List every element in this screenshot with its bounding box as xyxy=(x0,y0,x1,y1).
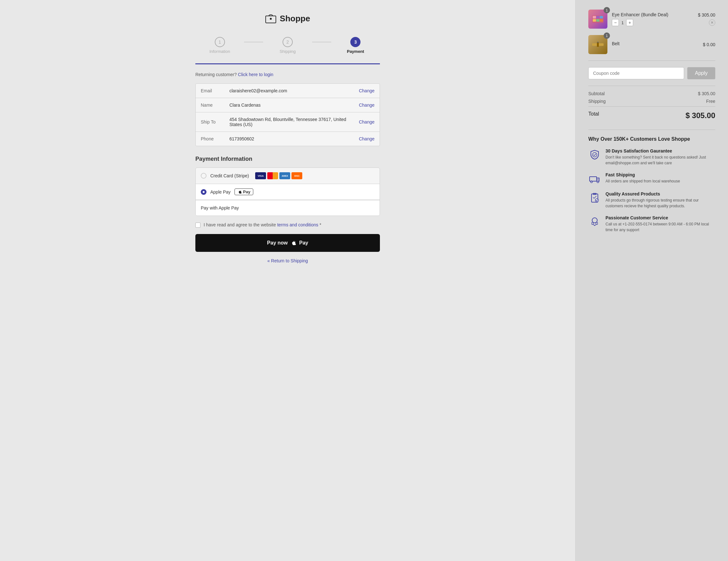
amex-logo: AMEX xyxy=(279,172,290,179)
mastercard-logo xyxy=(267,172,278,179)
belt-price-area: $ 0.00 xyxy=(703,42,715,47)
apple-pay-subpanel: Pay with Apple Pay xyxy=(196,200,380,215)
apple-pay-radio[interactable] xyxy=(201,189,207,195)
step-label-shipping: Shipping xyxy=(280,49,296,54)
phone-change-link[interactable]: Change xyxy=(359,136,375,141)
step-payment: 3 Payment xyxy=(331,37,380,54)
eye-enhancer-qty-decrease[interactable]: − xyxy=(612,19,619,26)
step-label-payment: Payment xyxy=(347,49,364,54)
trust-section: Why Over 150K+ Customers Love Shoppe 30 … xyxy=(588,130,715,233)
trust-item-service: Passionate Customer Service Call us at +… xyxy=(588,215,715,233)
clipboard-check-icon xyxy=(588,191,601,204)
apple-logo-icon xyxy=(237,190,242,194)
trust-text-service: Passionate Customer Service Call us at +… xyxy=(605,215,715,233)
step-information: 1 Information xyxy=(195,37,244,54)
logo-text: Shoppe xyxy=(280,14,310,24)
name-change-link[interactable]: Change xyxy=(359,102,375,108)
logo-area: Shoppe xyxy=(265,13,310,24)
svg-rect-7 xyxy=(596,19,599,22)
discover-logo: DISC xyxy=(291,172,302,179)
terms-row: I have read and agree to the website ter… xyxy=(195,222,380,228)
pay-button-label: Pay now xyxy=(267,240,288,246)
terms-text: I have read and agree to the website xyxy=(204,222,276,227)
credit-card-radio[interactable] xyxy=(201,173,207,179)
payment-option-credit-card[interactable]: Credit Card (Stripe) VISA AMEX DISC xyxy=(196,168,380,184)
applepay-subtext: Pay with Apple Pay xyxy=(201,205,239,210)
returning-customer-text: Returning customer? Click here to login xyxy=(195,72,380,77)
shipping-value: Free xyxy=(706,99,715,104)
credit-card-label: Credit Card (Stripe) xyxy=(210,173,249,178)
trust-text-quality: Quality Assured Products All products go… xyxy=(605,191,715,209)
belt-info: Belt xyxy=(612,41,698,48)
svg-rect-11 xyxy=(597,42,599,43)
eye-enhancer-thumbnail xyxy=(591,13,604,25)
svg-point-1 xyxy=(270,18,272,20)
svg-rect-6 xyxy=(593,19,596,22)
radio-inner-dot xyxy=(203,191,205,193)
eye-enhancer-img-wrapper: 1 xyxy=(588,10,607,29)
visa-logo: VISA xyxy=(255,172,266,179)
checkout-steps: 1 Information 2 Shipping 3 Payment xyxy=(195,37,380,54)
eye-enhancer-info: Eye Enhancer (Bundle Deal) − 1 + xyxy=(612,12,694,26)
eye-enhancer-qty-increase[interactable]: + xyxy=(626,19,633,26)
belt-thumbnail xyxy=(591,38,604,51)
subtotal-value: $ 305.00 xyxy=(698,91,716,96)
step-circle-3: 3 xyxy=(350,37,361,47)
name-value: Clara Cardenas xyxy=(229,102,359,108)
eye-enhancer-qty-value: 1 xyxy=(621,20,624,25)
truck-icon xyxy=(588,172,601,185)
eye-enhancer-qty-controls: − 1 + xyxy=(612,19,694,26)
login-link[interactable]: Click here to login xyxy=(238,72,273,77)
trust-desc-shipping: All orders are shipped from local wareho… xyxy=(605,178,680,184)
apple-pay-label: Apple Pay xyxy=(210,189,231,194)
cart-item-eye-enhancer: 1 Eye Enhancer (Bundle Deal) − 1 + $ 305… xyxy=(588,10,715,29)
trust-text-shipping: Fast Shipping All orders are shipped fro… xyxy=(605,172,680,184)
coupon-row: Apply xyxy=(588,67,715,79)
terms-asterisk: * xyxy=(319,222,321,227)
info-row-shipto: Ship To 454 Shadowtown Rd, Blountville, … xyxy=(196,112,380,132)
shipto-label: Ship To xyxy=(201,119,229,124)
email-value: claraishere02@example.com xyxy=(229,88,359,93)
coupon-input[interactable] xyxy=(588,67,684,79)
step-line-1 xyxy=(244,42,263,42)
shipping-row: Shipping Free xyxy=(588,99,715,104)
belt-name: Belt xyxy=(612,41,698,46)
grand-total-row: Total $ 305.00 xyxy=(588,106,715,120)
pay-now-button[interactable]: Pay now Pay xyxy=(195,234,380,252)
info-row-name: Name Clara Cardenas Change xyxy=(196,98,380,112)
apply-coupon-button[interactable]: Apply xyxy=(687,67,715,79)
shipping-label: Shipping xyxy=(588,99,606,104)
email-change-link[interactable]: Change xyxy=(359,88,375,93)
eye-enhancer-remove-button[interactable]: ✕ xyxy=(709,19,715,26)
trust-item-quality: Quality Assured Products All products go… xyxy=(588,191,715,209)
svg-rect-10 xyxy=(597,42,599,47)
trust-desc-guarantee: Don't like something? Sent it back no qu… xyxy=(605,154,715,166)
trust-title-guarantee: 30 Days Satisfaction Gaurantee xyxy=(605,148,715,153)
phone-value: 6173950602 xyxy=(229,136,359,141)
step-circle-2: 2 xyxy=(283,37,293,47)
card-logos: VISA AMEX DISC xyxy=(255,172,302,179)
cart-divider xyxy=(588,60,715,61)
trust-title-quality: Quality Assured Products xyxy=(605,191,715,196)
headset-icon xyxy=(588,215,601,228)
step-line-2 xyxy=(312,42,331,42)
step-circle-1: 1 xyxy=(215,37,225,47)
shield-check-icon xyxy=(588,148,601,161)
total-label: Total xyxy=(588,111,599,120)
eye-enhancer-badge: 1 xyxy=(604,7,610,13)
order-totals: Subtotal $ 305.00 Shipping Free Total $ … xyxy=(588,86,715,120)
left-panel: Shoppe 1 Information 2 Shipping 3 xyxy=(0,0,575,561)
right-panel: 1 Eye Enhancer (Bundle Deal) − 1 + $ 305… xyxy=(575,0,728,561)
cart-item-belt: 1 Belt $ 0.00 xyxy=(588,35,715,54)
payment-option-apple-pay[interactable]: Apple Pay Pay xyxy=(196,184,380,200)
eye-enhancer-price: $ 305.00 xyxy=(698,12,716,18)
svg-rect-13 xyxy=(590,177,597,181)
terms-link[interactable]: terms and conditions xyxy=(277,222,318,227)
steps-underline xyxy=(195,63,380,64)
return-to-shipping-link[interactable]: « Return to Shipping xyxy=(267,258,308,263)
shipto-change-link[interactable]: Change xyxy=(359,119,375,124)
terms-checkbox[interactable] xyxy=(195,222,200,228)
belt-price: $ 0.00 xyxy=(703,42,715,47)
logo-icon xyxy=(265,13,277,24)
svg-rect-4 xyxy=(596,16,599,18)
